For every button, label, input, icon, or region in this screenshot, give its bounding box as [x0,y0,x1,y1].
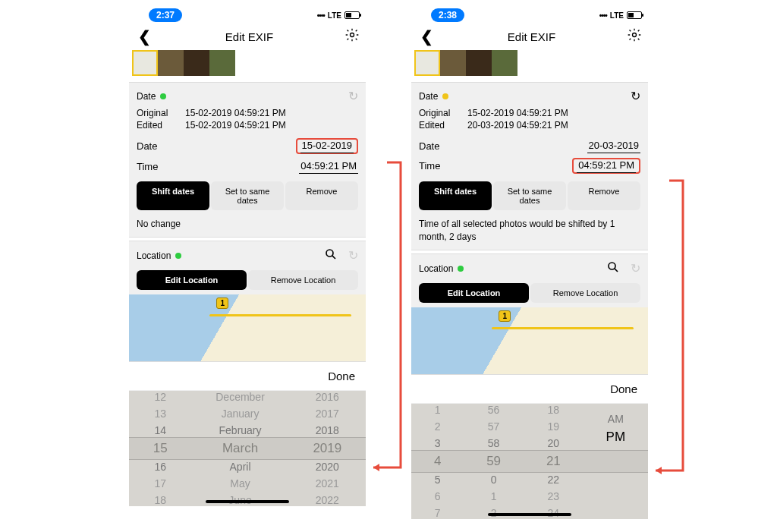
shift-status-text: Time of all selected photos would be shi… [419,218,640,244]
remove-location-tab[interactable]: Remove Location [248,270,358,290]
svg-point-3 [609,263,615,269]
date-field-label: Date [419,140,439,152]
thumbnail[interactable] [209,50,235,76]
time-field-highlight: 04:59:21 PM [572,158,640,174]
screenshot-right: 2:38 •••• LTE ❮ Edit EXIF Date ↻ Origina… [411,8,648,519]
thumbnail[interactable] [440,50,466,76]
status-bar: 2:37 •••• LTE [129,8,366,23]
settings-button[interactable] [627,27,642,46]
done-button[interactable]: Done [328,370,355,382]
back-button[interactable]: ❮ [135,27,154,46]
battery-icon [627,11,642,19]
nav-bar: ❮ Edit EXIF [129,23,366,50]
section-label: Date [419,91,438,102]
date-action-segmented: Shift dates Set to same dates Remove [419,181,640,210]
edited-value: 15-02-2019 04:59:21 PM [185,120,286,131]
date-picker[interactable]: 12131415161718 DecemberJanuaryFebruaryMa… [129,391,366,506]
refresh-icon[interactable]: ↻ [631,261,640,275]
svg-point-1 [326,250,333,257]
battery-icon [344,11,360,19]
date-field-highlight: 15-02-2019 [296,138,359,154]
edited-label: Edited [419,120,457,131]
thumbnail[interactable] [132,50,158,76]
time-picker[interactable]: 1234567 56575859012 18192021222324 AMPM [411,404,648,519]
section-label: Location [419,263,453,274]
section-label: Date [137,91,156,102]
signal-icon: •••• [317,11,325,20]
search-icon[interactable] [324,247,338,264]
settings-button[interactable] [344,27,360,46]
done-button[interactable]: Done [610,382,637,395]
edited-label: Edited [137,120,175,131]
nav-bar: ❮ Edit EXIF [411,23,648,50]
shift-dates-tab[interactable]: Shift dates [137,181,209,210]
svg-point-2 [633,33,637,36]
same-dates-tab[interactable]: Set to same dates [211,181,284,210]
thumbnail[interactable] [184,50,209,76]
annotation-arrow-icon [364,156,410,483]
picker-toolbar: Done [411,375,648,404]
status-dot-icon [442,93,448,99]
route-badge: 1 [499,310,511,322]
original-label: Original [137,108,175,118]
search-icon[interactable] [606,260,620,277]
back-button[interactable]: ❮ [417,27,436,46]
refresh-icon[interactable]: ↻ [631,89,640,103]
time-field[interactable]: 04:59:21 PM [577,158,636,173]
shift-status-text: No change [137,218,358,231]
status-dot-icon [160,93,166,99]
network-label: LTE [328,11,341,20]
location-section: Location ↻ Edit Location Remove Location… [411,253,648,375]
remove-dates-tab[interactable]: Remove [285,181,358,210]
thumbnail[interactable] [492,50,517,76]
picker-toolbar: Done [129,362,366,391]
same-dates-tab[interactable]: Set to same dates [493,181,566,210]
date-section: Date ↻ Original15-02-2019 04:59:21 PM Ed… [129,82,366,238]
refresh-icon[interactable]: ↻ [348,89,358,103]
time-field[interactable]: 04:59:21 PM [299,159,358,174]
route-badge: 1 [216,297,228,309]
remove-location-tab[interactable]: Remove Location [530,283,640,303]
time-field-label: Time [137,161,158,172]
thumbnail[interactable] [414,50,440,76]
refresh-icon[interactable]: ↻ [348,248,358,263]
location-section: Location ↻ Edit Location Remove Location… [129,241,366,362]
status-dot-icon [458,266,464,272]
remove-dates-tab[interactable]: Remove [568,181,640,210]
original-value: 15-02-2019 04:59:21 PM [467,108,568,118]
page-title: Edit EXIF [436,30,627,43]
home-indicator [488,513,571,516]
shift-dates-tab[interactable]: Shift dates [419,181,492,210]
page-title: Edit EXIF [154,30,344,43]
edited-value: 20-03-2019 04:59:21 PM [467,120,568,131]
map-preview[interactable]: 1 [411,307,648,374]
annotation-arrow-icon [646,175,692,486]
date-field[interactable]: 15-02-2019 [300,138,354,153]
status-time: 2:37 [149,8,182,22]
screenshot-left: 2:37 •••• LTE ❮ Edit EXIF Date ↻ Origina… [129,8,366,506]
thumbnail[interactable] [158,50,184,76]
photo-thumbnails [411,50,648,79]
signal-icon: •••• [599,11,607,20]
map-preview[interactable]: 1 [129,294,366,361]
svg-point-0 [351,33,354,36]
status-bar: 2:38 •••• LTE [411,8,648,23]
photo-thumbnails [129,50,366,79]
date-field-label: Date [137,140,157,152]
date-action-segmented: Shift dates Set to same dates Remove [137,181,358,210]
time-field-label: Time [419,160,440,172]
status-dot-icon [175,253,181,259]
date-field[interactable]: 20-03-2019 [587,138,641,153]
date-section: Date ↻ Original15-02-2019 04:59:21 PM Ed… [411,82,648,250]
edit-location-tab[interactable]: Edit Location [137,270,247,290]
edit-location-tab[interactable]: Edit Location [419,283,529,303]
original-value: 15-02-2019 04:59:21 PM [185,108,286,118]
home-indicator [206,500,289,503]
section-label: Location [137,250,171,261]
status-time: 2:38 [431,8,464,22]
network-label: LTE [610,11,624,20]
original-label: Original [419,108,457,118]
thumbnail[interactable] [466,50,492,76]
